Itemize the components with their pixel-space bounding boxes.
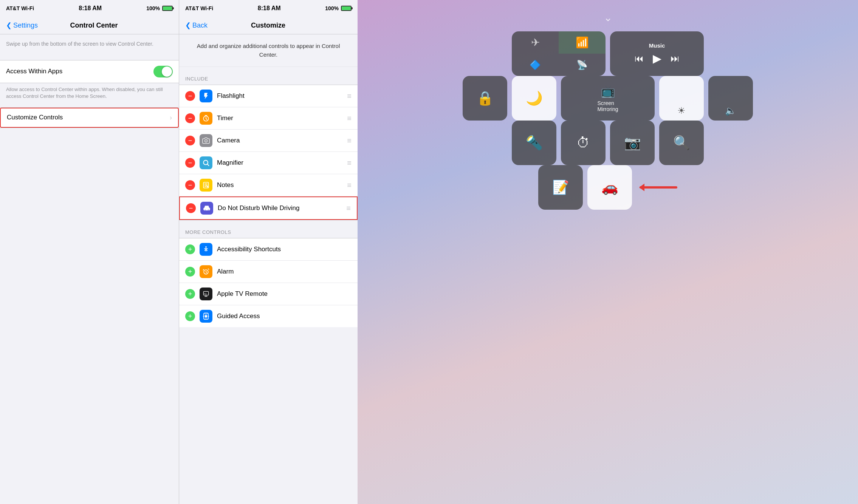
notes-cc-icon: 📝 (552, 179, 569, 195)
control-item-alarm[interactable]: + Alarm (179, 261, 358, 283)
remove-notes-button[interactable]: − (185, 180, 195, 190)
magnifier-drag-handle[interactable]: ≡ (347, 159, 352, 167)
magnifier-icon (200, 156, 212, 169)
control-item-guided-access[interactable]: + Guided Access (179, 305, 358, 327)
notes-icon (200, 179, 212, 192)
control-item-apple-tv[interactable]: + TV Apple TV Remote (179, 283, 358, 305)
customize-back-button[interactable]: ❮ Back (185, 21, 208, 29)
access-within-apps-label: Access Within Apps (6, 68, 153, 75)
access-note: Allow access to Control Center within ap… (0, 83, 179, 107)
dndd-drag-handle[interactable]: ≡ (346, 204, 351, 213)
cc-row-1: ✈ 📶 🔷 📡 Music ⏮ ▶ ⏭ (512, 31, 704, 76)
add-guided-access-button[interactable]: + (185, 311, 195, 321)
status-bar-1: AT&T Wi-Fi 8:18 AM 100% (0, 0, 179, 17)
night-mode-button[interactable]: 🌙 (512, 76, 556, 121)
control-item-timer[interactable]: − Timer ≡ (179, 107, 358, 130)
control-item-notes[interactable]: − Notes ≡ (179, 174, 358, 196)
screen-mirror-icon: 📺 (601, 85, 615, 98)
notes-cc-button[interactable]: 📝 (538, 165, 583, 210)
cc-row-4: 📝 🚗 (538, 165, 677, 210)
magnifier-label: Magnifier (217, 159, 342, 167)
remove-timer-button[interactable]: − (185, 113, 195, 123)
dndd-cc-icon: 🚗 (601, 179, 618, 195)
flashlight-cc-icon: 🔦 (526, 135, 543, 151)
airplane-icon: ✈ (531, 36, 540, 49)
camera-icon (200, 134, 212, 147)
music-controls: ⏮ ▶ ⏭ (635, 52, 680, 65)
music-tile[interactable]: Music ⏮ ▶ ⏭ (610, 31, 704, 76)
brightness-icon: ☀ (677, 105, 686, 116)
red-arrow-indicator (640, 165, 677, 210)
cellular-button[interactable]: 📡 (559, 54, 606, 76)
back-chevron-icon: ❮ (6, 21, 12, 29)
access-within-apps-row[interactable]: Access Within Apps (0, 60, 179, 83)
dndd-icon (200, 202, 213, 215)
settings-nav-title: Control Center (70, 22, 118, 29)
included-controls-list: − Flashlight ≡ − Timer ≡ − Camera ≡ (179, 85, 358, 220)
screen-mirror-label: ScreenMirroring (597, 100, 618, 112)
dndd-cc-button[interactable]: 🚗 (587, 165, 632, 210)
settings-back-button[interactable]: ❮ Settings (6, 21, 38, 29)
flashlight-label: Flashlight (217, 92, 342, 100)
notes-drag-handle[interactable]: ≡ (347, 181, 352, 190)
bluetooth-button[interactable]: 🔷 (512, 54, 559, 76)
connectivity-tile: ✈ 📶 🔷 📡 (512, 31, 606, 76)
svg-point-1 (205, 140, 208, 142)
airplane-mode-button[interactable]: ✈ (512, 31, 559, 54)
back-label-2: Back (192, 22, 208, 29)
control-item-magnifier[interactable]: − Magnifier ≡ (179, 152, 358, 174)
flashlight-cc-button[interactable]: 🔦 (512, 121, 556, 165)
customize-description: Add and organize additional controls to … (179, 34, 358, 67)
battery-area-2: 100% (325, 5, 352, 11)
remove-flashlight-button[interactable]: − (185, 91, 195, 101)
control-item-accessibility[interactable]: + Accessibility Shortcuts (179, 238, 358, 261)
brightness-slider[interactable]: ☀ (659, 76, 704, 121)
guided-access-icon (200, 310, 212, 323)
guided-access-label: Guided Access (217, 312, 352, 320)
apple-tv-icon: TV (200, 288, 212, 300)
next-track-icon[interactable]: ⏭ (671, 53, 680, 64)
flashlight-icon (200, 90, 212, 102)
camera-label: Camera (217, 137, 342, 144)
screen-mirroring-button[interactable]: 📺 ScreenMirroring (561, 76, 655, 121)
customize-nav-title: Customize (251, 22, 285, 29)
access-within-apps-toggle[interactable] (153, 66, 173, 77)
svg-rect-8 (204, 208, 210, 210)
red-arrow-line (640, 186, 677, 189)
rotation-lock-button[interactable]: 🔒 (463, 76, 507, 121)
control-item-dndd[interactable]: − Do Not Disturb While Driving ≡ (179, 196, 358, 220)
accessibility-label: Accessibility Shortcuts (217, 246, 352, 253)
svg-text:TV: TV (204, 293, 207, 295)
access-section: Access Within Apps (0, 60, 179, 83)
timer-drag-handle[interactable]: ≡ (347, 114, 352, 123)
customize-controls-label: Customize Controls (7, 114, 170, 121)
volume-slider[interactable]: 🔈 (708, 76, 753, 121)
camera-cc-button[interactable]: 📷 (610, 121, 655, 165)
wifi-button[interactable]: 📶 (559, 31, 606, 54)
control-item-camera[interactable]: − Camera ≡ (179, 130, 358, 152)
add-apple-tv-button[interactable]: + (185, 289, 195, 299)
remove-dndd-button[interactable]: − (186, 203, 196, 213)
svg-point-17 (205, 315, 207, 317)
wifi-icon: 📶 (576, 36, 589, 49)
remove-camera-button[interactable]: − (185, 136, 195, 145)
timer-cc-button[interactable]: ⏱ (561, 121, 606, 165)
include-section-header: INCLUDE (179, 67, 358, 85)
previous-track-icon[interactable]: ⏮ (635, 53, 644, 64)
control-center-panel: ⌄ ✈ 📶 🔷 📡 Music ⏮ ▶ ⏭ (358, 0, 858, 504)
battery-area-1: 100% (146, 5, 173, 11)
control-item-flashlight[interactable]: − Flashlight ≡ (179, 85, 358, 107)
more-controls-list: + Accessibility Shortcuts + Alarm + TV A… (179, 238, 358, 327)
add-accessibility-button[interactable]: + (185, 244, 195, 254)
battery-pct-2: 100% (325, 5, 339, 11)
add-alarm-button[interactable]: + (185, 267, 195, 277)
camera-drag-handle[interactable]: ≡ (347, 136, 352, 145)
time-1: 8:18 AM (79, 5, 102, 12)
magnifier-cc-button[interactable]: 🔍 (659, 121, 704, 165)
remove-magnifier-button[interactable]: − (185, 158, 195, 168)
play-button[interactable]: ▶ (653, 52, 661, 65)
customize-panel: AT&T Wi-Fi 8:18 AM 100% ❮ Back Customize… (179, 0, 358, 504)
customize-controls-row[interactable]: Customize Controls › (0, 108, 179, 128)
nav-bar-1: ❮ Settings Control Center (0, 17, 179, 34)
flashlight-drag-handle[interactable]: ≡ (347, 92, 352, 100)
